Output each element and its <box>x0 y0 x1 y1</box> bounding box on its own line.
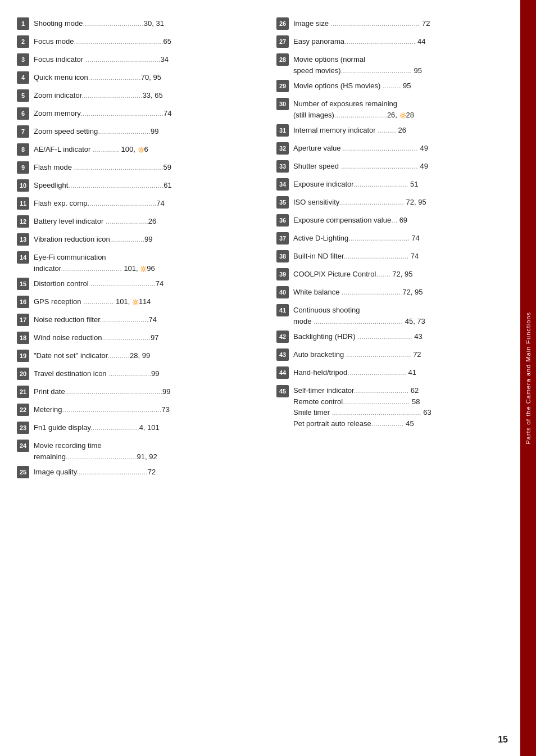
entry-10: 10 Speedlight...........................… <box>17 179 265 193</box>
entry-35: 35 ISO sensitivity......................… <box>276 196 525 210</box>
entry-text-5: Zoom indicator..........................… <box>34 89 265 101</box>
badge-45: 45 <box>276 385 289 397</box>
badge-19: 19 <box>17 350 29 362</box>
entry-text-3: Focus indicator ........................… <box>34 53 265 65</box>
entry-32: 32 Aperture value ......................… <box>276 142 525 156</box>
badge-42: 42 <box>276 331 289 343</box>
entry-12: 12 Battery level indicator .............… <box>17 215 265 229</box>
entry-text-24: Movie recording timeremaining...........… <box>34 439 265 462</box>
badge-15: 15 <box>17 278 29 290</box>
entry-36: 36 Exposure compensation value... 69 <box>276 214 525 228</box>
badge-9: 9 <box>17 161 29 174</box>
entry-1: 1 Shooting mode.........................… <box>17 17 265 31</box>
entry-39: 39 COOLPIX Picture Control....... 72, 95 <box>276 268 525 282</box>
badge-43: 43 <box>276 348 289 361</box>
entry-text-42: Backlighting (HDR) .....................… <box>293 330 525 342</box>
left-column: 1 Shooting mode.........................… <box>17 17 265 739</box>
entry-text-8: AE/AF-L indicator ............. 100, 🔆6 <box>34 143 265 155</box>
badge-13: 13 <box>17 233 29 246</box>
badge-31: 31 <box>276 124 289 137</box>
entry-text-39: COOLPIX Picture Control....... 72, 95 <box>293 268 525 280</box>
entry-text-28: Movie options (normalspeed movies)......… <box>293 53 525 76</box>
entry-text-4: Quick menu icon.........................… <box>34 71 265 83</box>
entry-text-40: White balance ..........................… <box>293 286 525 298</box>
entry-text-10: Speedlight..............................… <box>34 179 265 191</box>
badge-36: 36 <box>276 214 289 227</box>
entry-text-9: Flash mode .............................… <box>34 161 265 173</box>
entry-21: 21 Print date...........................… <box>17 385 265 400</box>
entry-text-14: Eye-Fi communicationindicator...........… <box>34 251 265 274</box>
entry-text-45: Self-timer indicator....................… <box>293 384 525 429</box>
entry-29: 29 Movie options (HS movies) ......... 9… <box>276 79 525 94</box>
entry-43: 43 Auto bracketing .....................… <box>276 348 525 363</box>
entry-6: 6 Zoom memory...........................… <box>17 107 265 121</box>
entry-text-36: Exposure compensation value... 69 <box>293 214 525 226</box>
entry-30: 30 Number of exposures remaining(still i… <box>276 97 525 120</box>
entry-text-31: Internal memory indicator ......... 26 <box>293 124 525 136</box>
entry-text-30: Number of exposures remaining(still imag… <box>293 97 525 120</box>
entry-text-11: Flash exp. comp.........................… <box>34 197 265 209</box>
entry-text-12: Battery level indicator ................… <box>34 215 265 227</box>
entry-42: 42 Backlighting (HDR) ..................… <box>276 330 525 345</box>
badge-5: 5 <box>17 89 29 102</box>
entry-text-16: GPS reception ............... 101, 🔆114 <box>34 295 265 307</box>
entry-text-21: Print date..............................… <box>34 385 265 397</box>
entry-text-34: Exposure indicator......................… <box>293 178 525 190</box>
badge-21: 21 <box>17 386 29 398</box>
entry-13: 13 Vibration reduction icon.............… <box>17 233 265 247</box>
badge-20: 20 <box>17 368 29 380</box>
entry-3: 3 Focus indicator ......................… <box>17 53 265 67</box>
entry-44: 44 Hand-held/tripod.....................… <box>276 366 525 381</box>
entry-14: 14 Eye-Fi communicationindicator........… <box>17 251 265 274</box>
entry-45: 45 Self-timer indicator.................… <box>276 384 525 429</box>
entry-23: 23 Fn1 guide display....................… <box>17 421 265 436</box>
sidebar-label: Parts of the Camera and Main Functions <box>525 312 532 444</box>
badge-3: 3 <box>17 53 29 66</box>
entry-18: 18 Wind noise reduction.................… <box>17 331 265 346</box>
entry-28: 28 Movie options (normalspeed movies)...… <box>276 53 525 76</box>
entry-25: 25 Image quality........................… <box>17 465 265 480</box>
badge-39: 39 <box>276 268 289 280</box>
badge-7: 7 <box>17 125 29 138</box>
entry-40: 40 White balance .......................… <box>276 286 525 300</box>
entry-text-29: Movie options (HS movies) ......... 95 <box>293 79 525 92</box>
entry-8: 8 AE/AF-L indicator ............. 100, 🔆… <box>17 143 265 157</box>
badge-6: 6 <box>17 107 29 120</box>
badge-16: 16 <box>17 296 29 308</box>
entry-31: 31 Internal memory indicator ......... 2… <box>276 124 525 138</box>
entry-text-33: Shutter speed ..........................… <box>293 160 525 172</box>
badge-12: 12 <box>17 215 29 228</box>
entry-text-17: Noise reduction filter..................… <box>34 313 265 325</box>
badge-10: 10 <box>17 179 29 192</box>
badge-40: 40 <box>276 286 289 298</box>
badge-28: 28 <box>276 53 289 66</box>
badge-22: 22 <box>17 404 29 416</box>
badge-24: 24 <box>17 440 29 452</box>
badge-2: 2 <box>17 35 29 48</box>
entry-22: 22 Metering.............................… <box>17 403 265 418</box>
entry-4: 4 Quick menu icon.......................… <box>17 71 265 85</box>
entry-text-20: Travel destination icon ................… <box>34 367 265 379</box>
entry-text-25: Image quality...........................… <box>34 465 265 478</box>
badge-30: 30 <box>276 98 289 110</box>
entry-38: 38 Built-in ND filter...................… <box>276 250 525 264</box>
badge-27: 27 <box>276 35 289 48</box>
badge-41: 41 <box>276 304 289 316</box>
badge-44: 44 <box>276 366 289 379</box>
badge-34: 34 <box>276 178 289 191</box>
entry-34: 34 Exposure indicator...................… <box>276 178 525 192</box>
badge-37: 37 <box>276 232 289 245</box>
entry-15: 15 Distortion control ..................… <box>17 277 265 292</box>
entry-text-18: Wind noise reduction....................… <box>34 331 265 343</box>
entry-9: 9 Flash mode ...........................… <box>17 161 265 175</box>
entry-text-15: Distortion control .....................… <box>34 277 265 289</box>
entry-text-22: Metering................................… <box>34 403 265 415</box>
badge-23: 23 <box>17 422 29 434</box>
entry-text-38: Built-in ND filter......................… <box>293 250 525 262</box>
right-column: 26 Image size ..........................… <box>276 17 525 739</box>
entry-27: 27 Easy panorama........................… <box>276 35 525 49</box>
entry-text-23: Fn1 guide display.......................… <box>34 421 265 433</box>
badge-4: 4 <box>17 71 29 84</box>
badge-35: 35 <box>276 196 289 209</box>
entry-41: 41 Continuous shootingmode .............… <box>276 304 525 327</box>
